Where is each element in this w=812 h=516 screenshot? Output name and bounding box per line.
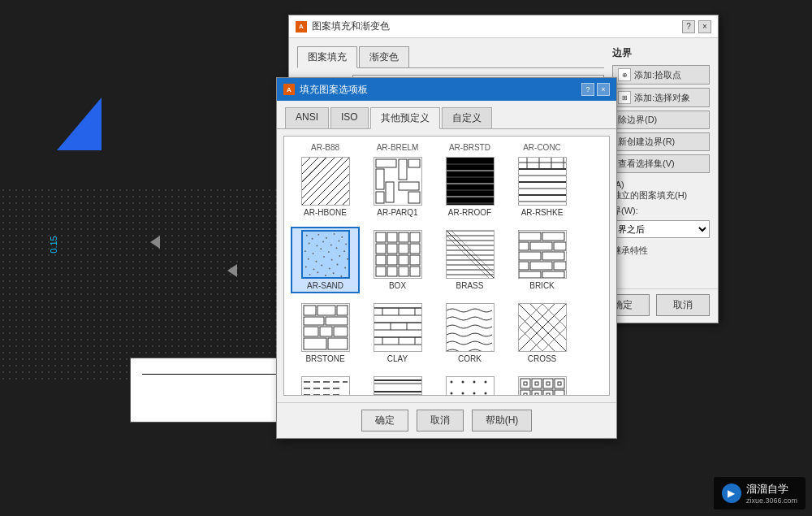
svg-rect-80 — [399, 244, 408, 254]
svg-rect-112 — [554, 262, 566, 270]
svg-point-185 — [484, 381, 486, 384]
svg-rect-82 — [376, 255, 386, 265]
label-a: (A) — [612, 180, 710, 189]
svg-rect-120 — [304, 327, 318, 336]
btn-cancel-main[interactable]: 取消 — [656, 294, 710, 316]
pattern-dots[interactable]: DOTS — [435, 373, 504, 396]
pattern-box[interactable]: BOX — [363, 227, 432, 293]
svg-rect-78 — [376, 244, 386, 254]
svg-rect-110 — [530, 262, 552, 270]
svg-point-63 — [304, 266, 306, 267]
pattern-row-1: AR-HBONE AR-PARQ1 — [291, 154, 603, 220]
pattern-ar-parq1[interactable]: AR-PARQ1 — [363, 154, 432, 220]
ptab-custom[interactable]: 自定义 — [442, 107, 492, 128]
watermark: ▶ 溜溜自学 zixue.3066.com — [714, 477, 806, 509]
main-dialog-right: 边界 ⊕ 添加:拾取点 ⊞ 添加:选择对象 除边界(D) 新创建边界(R) 查看… — [612, 46, 710, 257]
label-w: 界(W): — [612, 205, 710, 217]
pattern-ar-rshke[interactable]: AR-RSHKE — [508, 154, 577, 220]
svg-rect-79 — [387, 244, 397, 254]
pattern-ar-sand[interactable]: AR-SAND — [291, 227, 360, 293]
pattern-row-0: AR-B88 AR-BRELM AR-BRSTD AR-CONC — [291, 143, 603, 152]
svg-rect-122 — [334, 327, 348, 336]
svg-rect-205 — [558, 382, 561, 385]
btn-view-selection[interactable]: 查看选择集(V) — [612, 154, 710, 173]
pattern-ok-btn[interactable]: 确定 — [361, 410, 408, 431]
pattern-preview-box — [374, 230, 422, 279]
pattern-clay[interactable]: CLAY — [363, 300, 432, 366]
pattern-label-cross: CROSS — [528, 354, 557, 363]
svg-rect-119 — [326, 317, 348, 325]
main-dialog-controls: ? × — [682, 20, 711, 33]
btn-add-pick[interactable]: ⊕ 添加:拾取点 — [612, 65, 710, 85]
pick-icon: ⊕ — [618, 68, 631, 81]
pattern-cork[interactable]: CORK — [435, 300, 504, 366]
pattern-help-btn[interactable]: 帮助(H) — [472, 410, 533, 431]
pattern-preview-dash — [301, 376, 350, 396]
btn-add-select[interactable]: ⊞ 添加:选择对象 — [612, 88, 710, 107]
svg-point-73 — [340, 275, 342, 277]
tab-gradient[interactable]: 渐变色 — [359, 46, 409, 67]
svg-point-72 — [332, 272, 334, 274]
svg-point-51 — [304, 250, 305, 252]
pattern-ar-hbone[interactable]: AR-HBONE — [291, 154, 360, 220]
pattern-cancel-btn[interactable]: 取消 — [417, 410, 464, 431]
btn-remove-boundary[interactable]: 除边界(D) — [612, 111, 710, 129]
pattern-tabs: ANSI ISO 其他预定义 自定义 — [277, 101, 616, 129]
main-dialog-titlebar: A 图案填充和渐变色 ? × — [289, 15, 718, 38]
svg-rect-203 — [546, 382, 550, 385]
svg-rect-124 — [328, 338, 348, 349]
svg-point-184 — [473, 381, 475, 384]
pattern-preview-cork — [446, 303, 495, 352]
ptab-iso[interactable]: ISO — [330, 107, 369, 128]
svg-rect-118 — [304, 317, 324, 325]
pattern-brick[interactable]: BRICK — [508, 227, 577, 293]
pattern-brstone[interactable]: BRSTONE — [291, 300, 360, 366]
pattern-help-btn[interactable]: ? — [581, 83, 594, 96]
pattern-grid[interactable]: AR-B88 AR-BRELM AR-BRSTD AR-CONC — [283, 136, 610, 396]
pattern-dialog-icon: A — [283, 84, 295, 95]
svg-line-101 — [447, 236, 489, 278]
select-icon: ⊞ — [618, 91, 631, 104]
btn-recreate-boundary[interactable]: 新创建边界(R) — [612, 132, 710, 151]
svg-rect-20 — [408, 192, 420, 203]
inherit-label: 继承特性 — [612, 245, 710, 257]
boundary-dropdown[interactable]: 界之后 — [612, 220, 710, 238]
svg-rect-16 — [399, 182, 419, 190]
pattern-brass[interactable]: BRASS — [435, 227, 504, 293]
svg-point-41 — [317, 234, 319, 236]
watermark-text-block: 溜溜自学 zixue.3066.com — [746, 482, 797, 505]
svg-point-182 — [450, 381, 452, 384]
cad-hatch-area — [0, 187, 300, 382]
svg-point-187 — [461, 392, 464, 395]
pattern-label-brass: BRASS — [456, 281, 484, 290]
pattern-dolmit[interactable]: DOLMIT — [363, 373, 432, 396]
svg-point-64 — [313, 268, 314, 270]
pattern-close-btn[interactable]: × — [597, 83, 610, 96]
svg-point-183 — [461, 381, 464, 384]
main-dialog-help-btn[interactable]: ? — [682, 20, 695, 33]
svg-rect-18 — [376, 192, 384, 203]
svg-rect-14 — [376, 169, 384, 189]
pattern-dash[interactable]: DASH — [291, 373, 360, 396]
pattern-earth[interactable]: EARTH — [508, 373, 577, 396]
svg-rect-114 — [542, 271, 564, 278]
main-dialog-tabs: 图案填充 渐变色 — [297, 46, 604, 68]
tab-hatch[interactable]: 图案填充 — [297, 46, 357, 68]
svg-point-56 — [343, 250, 345, 252]
svg-rect-89 — [410, 267, 420, 276]
pattern-label-brstone: BRSTONE — [305, 354, 344, 363]
pattern-label-rshke: AR-RSHKE — [521, 208, 564, 217]
ptab-other[interactable]: 其他预定义 — [370, 107, 440, 129]
svg-point-47 — [322, 241, 324, 243]
pattern-cross[interactable]: CROSS — [508, 300, 577, 366]
svg-rect-13 — [376, 159, 396, 167]
ptab-ansi[interactable]: ANSI — [285, 107, 329, 128]
main-dialog-close-btn[interactable]: × — [698, 20, 711, 33]
svg-point-68 — [344, 267, 346, 268]
svg-point-50 — [345, 243, 347, 245]
pattern-preview-dots — [446, 376, 495, 396]
svg-rect-81 — [410, 244, 420, 254]
pattern-name-ar-b88: AR-B88 — [291, 143, 360, 152]
svg-rect-106 — [519, 242, 529, 250]
pattern-ar-rroof[interactable]: AR-RROOF — [435, 154, 504, 220]
